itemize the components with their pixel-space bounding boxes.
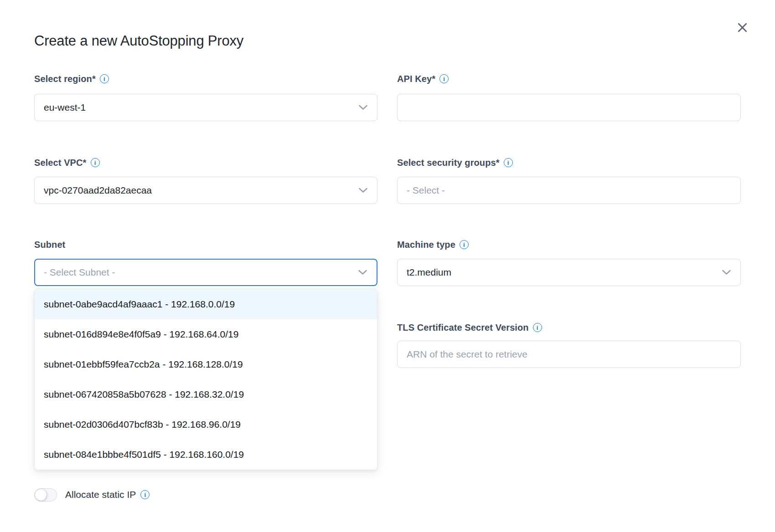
api-key-label: API Key* i [397,73,741,85]
subnet-label-text: Subnet [34,240,65,250]
info-icon[interactable]: i [504,158,513,167]
region-label: Select region* i [34,73,377,85]
machine-type-label: Machine type i [397,239,741,251]
chevron-down-icon [722,270,731,276]
region-value: eu-west-1 [44,102,86,113]
page-title: Create a new AutoStopping Proxy [34,33,243,49]
subnet-select[interactable]: - Select Subnet - [34,259,377,286]
subnet-option[interactable]: subnet-01ebbf59fea7ccb2a - 192.168.128.0… [35,349,377,379]
allocate-static-ip-label: Allocate static IP i [65,489,150,500]
subnet-option[interactable]: subnet-02d0306d407bcf83b - 192.168.96.0/… [35,409,377,440]
info-icon[interactable]: i [533,323,542,332]
allocate-static-ip-label-text: Allocate static IP [65,489,136,500]
subnet-dropdown-list: subnet-0abe9acd4af9aaac1 - 192.168.0.0/1… [34,289,377,470]
machine-type-select[interactable]: t2.medium [397,259,741,286]
subnet-label: Subnet [34,239,377,251]
tls-secret-input[interactable] [397,341,741,368]
machine-type-value: t2.medium [407,267,451,278]
chevron-down-icon [358,105,368,111]
subnet-option[interactable]: subnet-084e1bbbe4f501df5 - 192.168.160.0… [35,440,377,470]
region-select[interactable]: eu-west-1 [34,94,377,121]
security-groups-placeholder: - Select - [407,185,445,196]
security-groups-select[interactable]: - Select - [397,177,741,204]
close-icon [737,22,748,33]
api-key-label-text: API Key* [397,74,435,84]
chevron-down-icon [358,188,368,194]
allocate-static-ip-row: Allocate static IP i [34,486,150,503]
subnet-option[interactable]: subnet-016d894e8e4f0f5a9 - 192.168.64.0/… [35,319,377,349]
security-groups-label-text: Select security groups* [397,158,500,168]
toggle-knob-icon [35,489,46,501]
info-icon[interactable]: i [439,74,449,83]
tls-secret-label-text: TLS Certificate Secret Version [397,322,529,333]
vpc-value: vpc-0270aad2da82aecaa [44,185,152,196]
api-key-input[interactable] [397,94,741,121]
info-icon[interactable]: i [140,490,150,499]
allocate-static-ip-toggle[interactable] [34,488,57,501]
security-groups-label: Select security groups* i [397,157,741,169]
region-label-text: Select region* [34,74,96,84]
info-icon[interactable]: i [460,240,469,249]
subnet-option[interactable]: subnet-067420858a5b07628 - 192.168.32.0/… [35,379,377,409]
subnet-placeholder: - Select Subnet - [44,267,115,278]
vpc-label-text: Select VPC* [34,158,87,168]
close-button[interactable] [732,17,752,37]
vpc-label: Select VPC* i [34,157,377,169]
vpc-select[interactable]: vpc-0270aad2da82aecaa [34,177,377,204]
info-icon[interactable]: i [91,158,100,167]
tls-secret-label: TLS Certificate Secret Version i [397,322,741,333]
info-icon[interactable]: i [100,74,109,83]
chevron-down-icon [358,270,367,276]
machine-type-label-text: Machine type [397,240,455,250]
subnet-option[interactable]: subnet-0abe9acd4af9aaac1 - 192.168.0.0/1… [35,289,377,319]
